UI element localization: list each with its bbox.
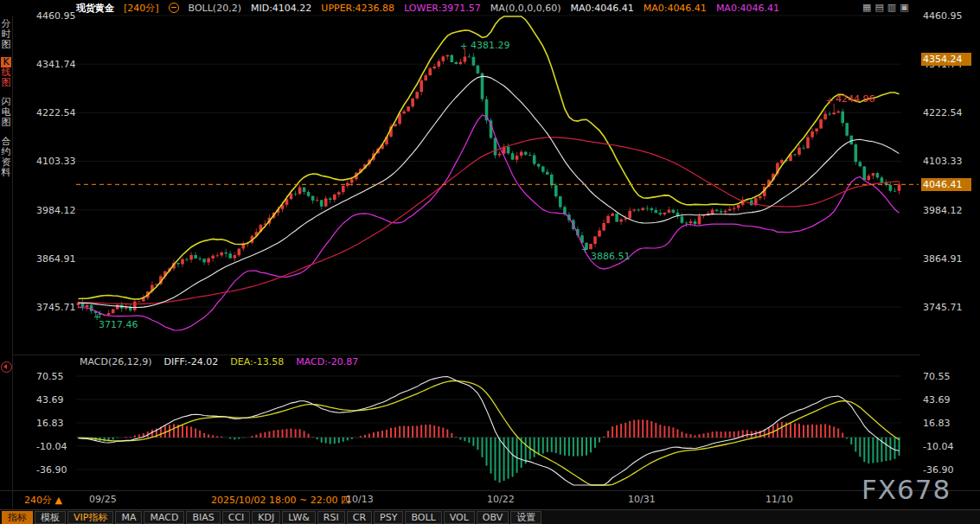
kline-tab-rest: 线图 [2,67,11,88]
price-axis-label: 3745.71 [36,302,76,313]
indicator-rsi[interactable]: RSI [317,511,345,524]
price-axis-label: 4222.54 [36,107,76,118]
price-tag-current: 4046.41 [921,178,971,191]
macd-axis-label: 70.55 [923,371,951,382]
indicator-vol[interactable]: VOL [444,511,475,524]
indicator-macd[interactable]: MACD [144,511,184,524]
candlestick-chart[interactable] [0,0,980,524]
macd-axis-label: -10.04 [36,441,67,452]
period-dropdown-arrow-icon: ▲ [55,495,62,506]
price-axis-label: 4341.74 [36,59,76,70]
period-value: 240分 [24,495,52,506]
price-axis-label: 3864.91 [923,253,963,265]
price-axis-label: 3745.71 [923,302,963,313]
indicator-bias[interactable]: BIAS [186,511,220,524]
indicator-ma[interactable]: MA [115,511,142,524]
timeline-date: 10/22 [487,494,515,505]
annotation-low2: 3886.51 [591,251,631,262]
price-axis-label: 4222.54 [923,107,963,118]
price-axis-label: 4103.33 [36,156,76,167]
layout-grid-icon[interactable]: ▦ [862,3,871,12]
settings-button[interactable]: 设置 [510,511,541,524]
topbar: 现货黄金 [240分] BOLL(20,2) MID:4104.22 UPPER… [0,0,980,16]
price-axis-label: 3864.91 [36,253,76,265]
indicator-psy[interactable]: PSY [374,511,403,524]
indicator-cci[interactable]: CCI [222,511,251,524]
ma0-value-2: MA0:4046.41 [644,3,707,14]
boll-label: BOLL(20,2) [189,3,241,14]
annotation-high: 4381.29 [471,40,510,51]
macd-axis-label: -10.04 [923,441,953,452]
bottom-toolbar: 指标 模板 VIP指标 MA MACD BIAS CCI KDJ LW& RSI… [0,509,980,524]
crosshair-date-range: 2025/10/02 18:00 ~ 22:00 四 [211,494,350,507]
high2-marker-icon: + [826,96,833,105]
boll-mid-value: MID:4104.22 [251,3,311,14]
macd-axis-label: 16.83 [923,418,951,429]
period-label: [240分] [124,2,159,15]
annotation-low1: 3717.46 [99,319,138,330]
tab-indicator[interactable]: 指标 [2,511,33,524]
macd-dea-value: DEA:-13.58 [230,356,284,367]
macd-axis-label: -36.90 [36,464,67,476]
macd-bar-value: MACD:-20.87 [296,356,358,367]
indicator-boll[interactable]: BOLL [405,511,441,524]
sidebar-collapse-icon[interactable] [1,361,12,373]
watermark: FX678 [862,474,951,505]
indicator-obv[interactable]: OBV [477,511,509,524]
timeline-date: 11/10 [765,494,793,505]
ma0-value-1: MA0:4046.41 [570,3,633,14]
price-axis-label: 3984.12 [923,205,963,216]
sidebar-item-time-chart[interactable]: 分时图 [0,19,12,50]
window-layout-icons: ▦ ▤ ▥ ▣ [862,3,909,12]
macd-axis-label: 43.69 [923,394,951,406]
low2-marker-icon: + [581,245,588,254]
indicator-cr[interactable]: CR [347,511,372,524]
tab-template[interactable]: 模板 [35,511,66,524]
period-selector[interactable]: 240分 ▲ [24,494,62,507]
macd-axis-label: 43.69 [36,394,64,406]
annotation-high2: 4244.96 [836,93,875,105]
tab-vip-indicator[interactable]: VIP指标 [67,511,113,524]
ma0-value-3: MA0:4046.41 [716,3,779,14]
boll-upper-value: UPPER:4236.88 [321,3,394,14]
left-sidebar: 分时图 K线图 闪电图 合约资料 [0,16,13,508]
chart-window: 现货黄金 [240分] BOLL(20,2) MID:4104.22 UPPER… [0,0,980,524]
macd-legend: MACD(26,12,9) DIFF:-24.02 DEA:-13.58 MAC… [80,356,358,367]
sidebar-item-contract-info[interactable]: 合约资料 [0,137,12,178]
macd-diff-value: DIFF:-24.02 [164,356,219,367]
indicator-lwr[interactable]: LW& [282,511,316,524]
macd-axis-label: 70.55 [36,371,64,382]
indicator-remove-icon[interactable] [169,3,179,13]
boll-lower-value: LOWER:3971.57 [404,3,481,14]
price-tag-upper: 4354.24 [921,53,971,66]
ma-label: MA(0,0,0,0,60) [490,3,561,14]
indicator-kdj[interactable]: KDJ [252,511,280,524]
layout-single-icon[interactable]: ▣ [900,3,908,12]
symbol-name: 现货黄金 [76,2,114,15]
high-marker-icon: + [460,42,467,51]
sidebar-item-lightning-chart[interactable]: 闪电图 [0,97,12,128]
layout-columns-icon[interactable]: ▥ [887,3,896,12]
price-axis-label: 3984.12 [36,205,76,216]
layout-rows-icon[interactable]: ▤ [874,3,883,12]
timeline-date: 09/25 [89,494,117,505]
sidebar-item-kline-chart[interactable]: K线图 [0,57,12,88]
macd-title: MACD(26,12,9) [80,356,152,367]
price-axis-label: 4103.33 [923,156,963,167]
timeline-date: 10/13 [346,494,374,505]
timeline-date: 10/31 [628,494,656,505]
macd-axis-label: 16.83 [36,418,64,429]
